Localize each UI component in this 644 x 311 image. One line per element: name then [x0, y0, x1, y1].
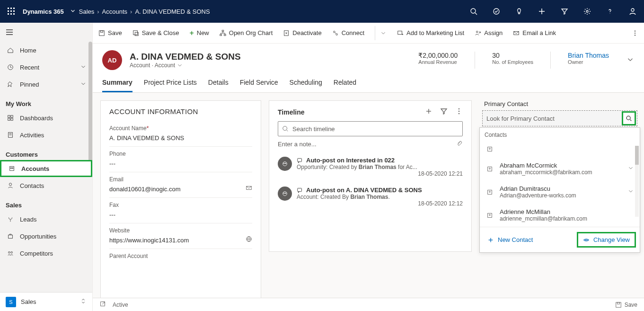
svg-point-31 [9, 183, 11, 186]
tab-field-service[interactable]: Field Service [240, 76, 278, 92]
command-bar: Save Save & Close + New Open Org Chart D… [93, 23, 644, 44]
sidebar-item-label: Contacts [20, 182, 44, 189]
tab-project-price-lists[interactable]: Project Price Lists [144, 76, 197, 92]
svg-rect-97 [617, 302, 619, 304]
new-contact-button[interactable]: New Contact [484, 234, 537, 245]
chevron-down-icon[interactable] [627, 165, 634, 173]
new-button[interactable]: + New [189, 29, 209, 37]
app-launcher-icon[interactable] [4, 4, 19, 19]
owner-link[interactable]: Brian Thomas [568, 52, 609, 59]
search-icon[interactable] [466, 4, 481, 19]
lookup-result-item[interactable]: Adrian Dumitrascu Adrian@adventure-works… [480, 180, 640, 204]
change-view-button[interactable]: Change View [577, 232, 636, 248]
svg-rect-29 [10, 168, 11, 169]
field-value[interactable]: --- [109, 160, 252, 167]
field-fax[interactable]: Fax --- [109, 198, 252, 223]
svg-point-78 [283, 193, 284, 194]
attach-icon[interactable] [456, 140, 463, 148]
breadcrumb-area[interactable]: Sales [79, 8, 95, 15]
sidebar-item-competitors[interactable]: Competitors [0, 245, 92, 262]
timeline-filter-icon[interactable] [440, 107, 448, 116]
add-icon[interactable] [534, 4, 549, 19]
svg-rect-4 [10, 10, 12, 12]
header-expand-icon[interactable] [626, 55, 635, 65]
svg-point-86 [489, 168, 491, 169]
field-value[interactable]: donald10601@inogic.com [109, 186, 252, 193]
assign-button[interactable]: Assign [475, 29, 503, 36]
sidebar-item-recent[interactable]: Recent [0, 59, 92, 76]
timeline-search[interactable]: Search timeline [278, 121, 463, 136]
email-icon[interactable] [246, 185, 252, 193]
tab-scheduling[interactable]: Scheduling [290, 76, 322, 92]
dropdown-scrollbar[interactable] [635, 146, 639, 165]
stat-value: ₹2,00,000.00 [418, 52, 458, 59]
tab-summary[interactable]: Summary [102, 76, 132, 92]
timeline-more-icon[interactable] [455, 107, 463, 116]
sidebar-item-leads[interactable]: Leads [0, 211, 92, 228]
popout-icon[interactable] [99, 301, 106, 309]
lookup-result-item[interactable]: Adrienne McMillan adrienne_mcmillan@fabr… [480, 204, 640, 227]
area-switcher[interactable]: S Sales [0, 292, 92, 311]
lookup-result-item[interactable]: Abraham McCormick abraham_mccormick@fabr… [480, 157, 640, 180]
task-icon[interactable] [489, 4, 504, 19]
sidebar-item-accounts[interactable]: Accounts [0, 160, 92, 177]
open-org-chart-button[interactable]: Open Org Chart [220, 29, 273, 36]
breadcrumb-record: A. DINA VEDMED & SONS [135, 8, 210, 15]
save-close-button[interactable]: Save & Close [132, 29, 179, 36]
timeline-note-input[interactable]: Enter a note... [278, 136, 463, 152]
footer-save-button[interactable]: Save [615, 302, 637, 308]
connect-dropdown[interactable] [375, 26, 387, 40]
field-value[interactable]: --- [109, 211, 252, 218]
lightbulb-icon[interactable] [512, 4, 527, 19]
primary-contact-lookup[interactable]: Look for Primary Contact [482, 110, 637, 126]
lookup-search-button[interactable] [622, 111, 636, 125]
connect-button[interactable]: Connect [332, 29, 364, 36]
subtitle: Account · Account [130, 62, 241, 69]
help-icon[interactable] [602, 4, 618, 19]
svg-rect-39 [222, 30, 224, 31]
add-marketing-list-button[interactable]: Add to Marketing List [397, 29, 464, 36]
breadcrumb-entity[interactable]: Accounts [102, 8, 127, 15]
timeline-item[interactable]: Auto-post on Interested in 022 Opportuni… [278, 152, 463, 182]
field-website[interactable]: Website https://www.inogic14131.com [109, 223, 252, 249]
field-account-name[interactable]: Account Name* A. DINA VEDMED & SONS [109, 121, 252, 147]
timeline-add-icon[interactable] [425, 107, 432, 116]
svg-rect-24 [11, 118, 13, 120]
timeline-item[interactable]: Auto-post on A. DINA VEDMED & SONS Accou… [278, 182, 463, 212]
sidebar-item-activities[interactable]: Activities [0, 126, 92, 143]
opportunities-icon [6, 233, 15, 240]
deactivate-button[interactable]: Deactivate [283, 29, 321, 36]
chevron-down-icon[interactable] [70, 8, 76, 16]
globe-icon[interactable] [246, 236, 252, 244]
hamburger-icon[interactable] [0, 23, 92, 42]
sidebar-item-opportunities[interactable]: Opportunities [0, 228, 92, 245]
settings-icon[interactable] [580, 4, 595, 19]
save-button[interactable]: Save [98, 29, 122, 36]
sidebar-item-home[interactable]: Home [0, 42, 92, 59]
sidebar-item-pinned[interactable]: Pinned [0, 76, 92, 93]
svg-rect-8 [13, 13, 15, 15]
tab-details[interactable]: Details [208, 76, 229, 92]
field-email[interactable]: Email donald10601@inogic.com [109, 172, 252, 198]
field-parent-account[interactable]: Parent Account [109, 249, 252, 267]
filter-icon[interactable] [557, 4, 572, 19]
form-label[interactable]: Account [155, 62, 175, 69]
field-value[interactable]: A. DINA VEDMED & SONS [109, 134, 252, 142]
svg-point-69 [459, 111, 459, 112]
clock-icon [6, 64, 15, 71]
sidebar-item-contacts[interactable]: Contacts [0, 177, 92, 194]
field-label: Account Name [109, 125, 147, 132]
sidebar-item-dashboards[interactable]: Dashboards [0, 109, 92, 126]
email-link-button[interactable]: Email a Link [513, 29, 556, 36]
lookup-result-item[interactable] [480, 141, 640, 157]
sidebar-item-label: Activities [20, 132, 44, 139]
field-phone[interactable]: Phone --- [109, 147, 252, 172]
overflow-button[interactable] [632, 30, 638, 36]
chevron-down-icon[interactable] [627, 188, 634, 196]
field-label: Fax [109, 202, 252, 208]
user-icon[interactable] [625, 4, 640, 19]
svg-rect-36 [100, 30, 103, 32]
tab-related[interactable]: Related [334, 76, 356, 92]
brand-label: Dynamics 365 [23, 8, 64, 15]
field-value[interactable]: https://www.inogic14131.com [109, 237, 252, 244]
